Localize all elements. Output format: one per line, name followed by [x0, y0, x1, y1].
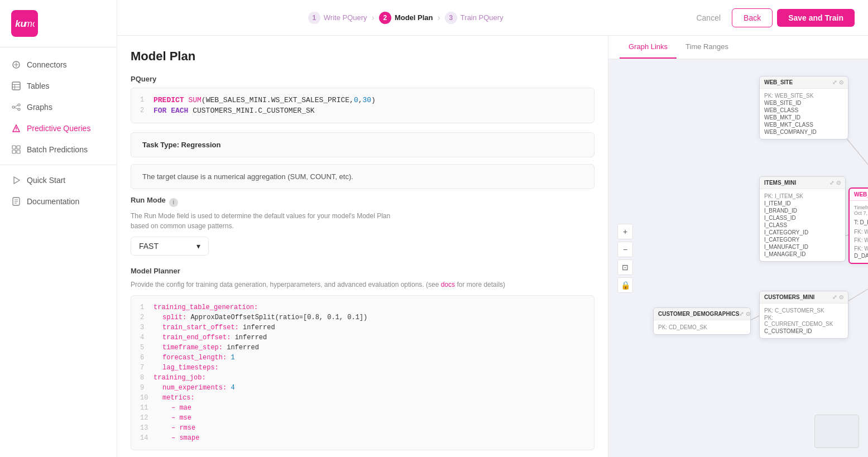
code-entity: CUSTOMERS_MINI.C_CUSTOMER_SK [193, 107, 314, 115]
sidebar-item-graphs[interactable]: Graphs [0, 97, 117, 118]
yaml-block[interactable]: 1training_table_generation: 2split: Appr… [131, 295, 594, 450]
field-i-category-id: I_CATEGORY_ID [764, 229, 841, 236]
main-area: 1 Write PQuery › 2 Model Plan › 3 Train … [117, 0, 868, 457]
field-web-mkt-id: WEB_MKT_ID [764, 114, 843, 121]
node-items-external-icon[interactable]: ⤢ [829, 180, 834, 186]
sidebar-label-connectors: Connectors [27, 60, 67, 69]
field-i-category: I_CATEGORY [764, 236, 841, 243]
node-web-site-header: WEB_SITE ⤢ ⊙ [760, 76, 848, 89]
code-args-close: ) [371, 96, 376, 104]
yaml-line-1: 1training_table_generation: [131, 302, 594, 312]
field-i-manager-id: I_MANAGER_ID [764, 251, 841, 258]
node-cd-header: CUSTOMER_DEMOGRAPHICS ⤢ ⊙ [654, 308, 750, 320]
yaml-line-2: 2split: ApproxDateOffsetSplit(ratio=[0.8… [131, 312, 594, 323]
field-c-customer-sk: PK: C_CUSTOMER_SK [764, 307, 843, 314]
code-for-each: FOR EACH [154, 107, 193, 115]
pquery-label: PQuery [131, 75, 594, 83]
tab-graph-links[interactable]: Graph Links [620, 36, 677, 59]
node-external-icon[interactable]: ⤢ [832, 79, 837, 85]
wizard-step-2: 2 Model Plan [379, 12, 433, 24]
svg-marker-19 [14, 177, 20, 184]
field-c-customer-id: C_CUSTOMER_ID [764, 328, 843, 335]
node-eye-icon[interactable]: ⊙ [839, 79, 843, 85]
code-predict: PREDICT [154, 96, 188, 104]
documentation-icon [11, 196, 21, 206]
docs-link[interactable]: docs [441, 281, 455, 288]
svg-rect-17 [12, 150, 16, 153]
field-i-item-sk: PK: I_ITEM_SK [764, 193, 841, 200]
tab-time-ranges[interactable]: Time Ranges [677, 36, 737, 59]
zoom-out-button[interactable]: − [617, 242, 633, 257]
run-mode-select[interactable]: FAST ▾ [131, 237, 209, 256]
code-num-30: 30 [363, 96, 372, 104]
run-mode-section: Run Mode i The Run Mode field is used to… [131, 196, 594, 256]
node-cm-eye-icon[interactable]: ⊙ [839, 294, 843, 300]
field-ws-bill-customer-sk: FK: WS_BILL_CUSTOMER_SK [854, 237, 868, 244]
node-web-site[interactable]: WEB_SITE ⤢ ⊙ PK: WEB_SITE_SK WEB_SITE_ID… [759, 76, 848, 139]
sidebar-label-predictive-queries: Predictive Queries [27, 124, 90, 133]
save-train-button[interactable]: Save and Train [777, 9, 855, 27]
sidebar-item-quick-start[interactable]: Quick Start [0, 170, 117, 191]
cancel-button[interactable]: Cancel [689, 9, 727, 27]
svg-point-9 [18, 108, 20, 110]
yaml-line-12: 12– mse [131, 413, 594, 423]
left-panel: Model Plan PQuery 1 PREDICT SUM(WEB_SALE… [117, 36, 608, 457]
sidebar: ku mo Connectors Tables Graphs [0, 0, 117, 457]
node-web-sales-mini[interactable]: WEB_SALES_MINI ⤢ ⊙ Timeframe: Thu Apr 23… [848, 187, 868, 264]
field-ws-web-site-sk: FK: WS_WEB_SITE_SK [854, 245, 868, 252]
svg-point-14 [16, 130, 17, 131]
node-cm-body: PK: C_CUSTOMER_SK PK: C_CURRENT_CDEMO_SK… [760, 304, 848, 338]
svg-line-11 [15, 108, 18, 109]
field-d-date-id: D_DATE_ID [854, 252, 868, 259]
graph-canvas: WEB_SITE ⤢ ⊙ PK: WEB_SITE_SK WEB_SITE_ID… [608, 59, 868, 457]
node-cm-external-icon[interactable]: ⤢ [832, 294, 837, 300]
step-3-num: 3 [445, 12, 457, 24]
sidebar-item-batch-predictions[interactable]: Batch Predictions [0, 139, 117, 160]
task-type-label: Task Type: Regression [142, 141, 583, 149]
pquery-code-block: 1 PREDICT SUM(WEB_SALES_MINI.WS_EXT_SALE… [131, 88, 594, 123]
run-mode-info-icon[interactable]: i [169, 198, 178, 207]
node-cm-header: CUSTOMERS_MINI ⤢ ⊙ [760, 291, 848, 304]
header: 1 Write PQuery › 2 Model Plan › 3 Train … [117, 0, 868, 36]
header-actions: Cancel Back Save and Train [689, 8, 855, 27]
node-customers-mini[interactable]: CUSTOMERS_MINI ⤢ ⊙ PK: C_CUSTOMER_SK PK:… [759, 291, 848, 339]
sidebar-label-graphs: Graphs [27, 103, 52, 112]
sidebar-item-connectors[interactable]: Connectors [0, 54, 117, 75]
node-cd-title: CUSTOMER_DEMOGRAPHICS [658, 311, 739, 317]
sidebar-item-predictive-queries[interactable]: Predictive Queries [0, 118, 117, 139]
field-i-manufact-id: I_MANUFACT_ID [764, 243, 841, 251]
zoom-in-button[interactable]: + [617, 224, 633, 239]
sidebar-item-tables[interactable]: Tables [0, 75, 117, 97]
node-web-sales-title: WEB_SALES_MINI [854, 191, 868, 198]
fit-view-button[interactable]: ⊡ [617, 259, 633, 275]
sidebar-item-documentation[interactable]: Documentation [0, 191, 117, 212]
node-cd-eye-icon[interactable]: ⊙ [746, 311, 750, 317]
svg-point-8 [18, 104, 20, 106]
field-web-class: WEB_CLASS [764, 107, 843, 114]
chevron-down-icon: ▾ [196, 242, 200, 251]
yaml-line-3: 3train_start_offset: inferred [131, 323, 594, 333]
node-web-site-body: PK: WEB_SITE_SK WEB_SITE_ID WEB_CLASS WE… [760, 89, 848, 139]
node-items-mini[interactable]: ITEMS_MINI ⤢ ⊙ PK: I_ITEM_SK I_ITEM_ID I… [759, 176, 846, 262]
code-comma: , [358, 96, 363, 104]
svg-rect-3 [12, 82, 20, 90]
page-title: Model Plan [131, 49, 594, 64]
back-button[interactable]: Back [732, 8, 773, 27]
step-arrow-1: › [372, 13, 375, 23]
task-type-desc: The target clause is a numerical aggrega… [142, 172, 583, 181]
node-items-eye-icon[interactable]: ⊙ [836, 180, 841, 186]
field-web-site-id: WEB_SITE_ID [764, 99, 843, 107]
code-line-1: 1 PREDICT SUM(WEB_SALES_MINI.WS_EXT_SALE… [131, 95, 594, 105]
sidebar-label-documentation: Documentation [27, 197, 79, 206]
node-customer-demographics[interactable]: CUSTOMER_DEMOGRAPHICS ⤢ ⊙ PK: CD_DEMO_SK [653, 307, 751, 335]
lock-button[interactable]: 🔒 [617, 277, 633, 293]
svg-rect-15 [12, 146, 16, 149]
yaml-line-10: 10metrics: [131, 393, 594, 403]
wizard-step-3: 3 Train PQuery [445, 12, 503, 24]
run-mode-header: Run Mode i [131, 196, 594, 209]
run-mode-value: FAST [139, 242, 159, 251]
content-area: Model Plan PQuery 1 PREDICT SUM(WEB_SALE… [117, 36, 868, 457]
node-cd-external-icon[interactable]: ⤢ [739, 311, 744, 317]
step-1-num: 1 [308, 12, 320, 24]
sidebar-label-batch-predictions: Batch Predictions [27, 145, 88, 154]
